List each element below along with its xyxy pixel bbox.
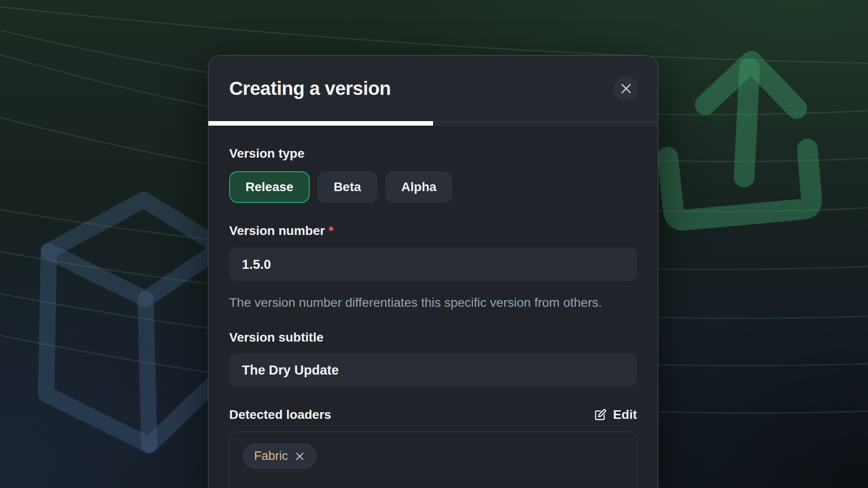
version-type-options: Release Beta Alpha [229,171,637,203]
progress-bar [208,121,658,126]
upload-arrow-icon [668,61,811,220]
version-type-label: Version type [229,146,637,161]
remove-x-icon [295,451,305,461]
edit-label: Edit [613,408,637,422]
required-asterisk: * [329,223,334,239]
version-number-help: The version number differentiates this s… [229,293,627,313]
wireframe-cube-icon [46,200,222,445]
close-icon [620,83,632,94]
version-number-label: Version number [229,223,325,239]
detected-loaders-row: Detected loaders Edit [229,407,637,422]
modal-title: Creating a version [229,78,391,99]
loader-chip-fabric: Fabric [243,444,316,469]
version-subtitle-label: Version subtitle [229,330,637,345]
creating-version-modal: Creating a version Version type Release … [208,55,658,488]
loader-chip-label: Fabric [254,449,288,463]
version-number-input[interactable] [229,248,637,281]
remove-loader-button[interactable] [295,451,305,461]
detected-loaders-box: Fabric [229,432,637,488]
progress-fill [208,121,433,126]
close-button[interactable] [613,76,639,101]
detected-loaders-label: Detected loaders [229,407,331,422]
version-number-label-row: Version number * [229,223,637,239]
version-subtitle-input[interactable] [229,353,637,387]
version-type-alpha-button[interactable]: Alpha [385,171,453,203]
modal-body: Version type Release Beta Alpha Version … [208,146,658,488]
version-type-release-button[interactable]: Release [229,171,310,203]
version-type-beta-button[interactable]: Beta [317,171,377,203]
modal-header: Creating a version [208,56,658,121]
edit-loaders-button[interactable]: Edit [593,408,637,422]
pencil-square-icon [593,408,607,422]
